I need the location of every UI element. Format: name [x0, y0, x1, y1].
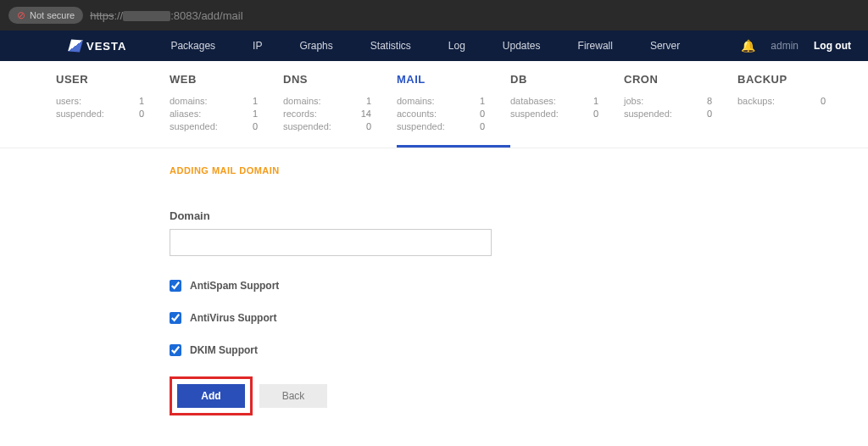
user-link[interactable]: admin	[771, 40, 798, 52]
stat-row: suspended:0	[170, 121, 258, 131]
url-scheme: https	[90, 9, 114, 22]
nav-item-graphs[interactable]: Graphs	[281, 40, 351, 52]
stat-value: 0	[707, 109, 712, 119]
tab-title: BACKUP	[737, 73, 851, 86]
checkbox-label: AntiVirus Support	[190, 312, 276, 324]
tab-title: DB	[510, 73, 624, 86]
stat-value: 0	[593, 109, 598, 119]
logout-link[interactable]: Log out	[814, 40, 851, 52]
url-path: :8083/add/mail	[170, 9, 242, 22]
tab-stats: backups:0	[737, 96, 851, 106]
nav-item-log[interactable]: Log	[430, 40, 484, 52]
stat-key: databases:	[510, 96, 556, 106]
stat-row: suspended:0	[624, 109, 712, 119]
stat-row: backups:0	[737, 96, 826, 106]
nav-item-firewall[interactable]: Firewall	[559, 40, 632, 52]
stat-key: suspended:	[283, 121, 331, 131]
tab-stats: domains:1accounts:0suspended:0	[397, 96, 510, 131]
tab-title: WEB	[170, 73, 283, 86]
stat-key: domains:	[397, 96, 435, 106]
nav-item-updates[interactable]: Updates	[484, 40, 559, 52]
nav-item-statistics[interactable]: Statistics	[352, 40, 430, 52]
stat-key: records:	[283, 109, 317, 119]
stat-key: suspended:	[510, 109, 559, 119]
stat-key: suspended:	[56, 109, 104, 119]
highlight-box: Add	[170, 376, 253, 415]
stat-row: suspended:0	[283, 121, 371, 131]
stat-row: records:14	[283, 109, 371, 119]
checkbox-row: AntiVirus Support	[170, 312, 868, 324]
tab-dns[interactable]: DNSdomains:1records:14suspended:0	[283, 61, 397, 148]
stat-value: 8	[707, 96, 712, 106]
stat-value: 0	[821, 96, 826, 106]
stat-row: databases:1	[510, 96, 598, 106]
stat-row: domains:1	[397, 96, 485, 106]
tab-title: DNS	[283, 73, 397, 86]
stat-value: 0	[480, 109, 485, 119]
url-host-hidden	[123, 11, 170, 21]
stat-value: 1	[139, 96, 144, 106]
tab-mail[interactable]: MAILdomains:1accounts:0suspended:0	[397, 61, 510, 148]
stat-row: domains:1	[170, 96, 258, 106]
domain-input[interactable]	[170, 229, 492, 256]
stat-value: 0	[366, 121, 371, 131]
stat-value: 1	[253, 109, 258, 119]
tab-web[interactable]: WEBdomains:1aliases:1suspended:0	[170, 61, 283, 148]
category-tabs: USERusers:1suspended:0WEBdomains:1aliase…	[0, 61, 868, 148]
stat-key: suspended:	[397, 121, 445, 131]
stat-key: aliases:	[170, 109, 201, 119]
domain-label: Domain	[170, 209, 868, 222]
stat-value: 14	[361, 109, 371, 119]
tab-stats: domains:1records:14suspended:0	[283, 96, 397, 131]
tab-stats: users:1suspended:0	[56, 96, 170, 119]
button-row: Add Back	[170, 376, 868, 415]
tab-stats: jobs:8suspended:0	[624, 96, 737, 119]
stat-value: 1	[366, 96, 371, 106]
brand-icon	[68, 40, 83, 53]
stat-key: accounts:	[397, 109, 437, 119]
brand-text: VESTA	[86, 40, 126, 53]
brand[interactable]: VESTA	[70, 40, 126, 53]
checkbox-label: DKIM Support	[190, 344, 258, 356]
tab-title: USER	[56, 73, 170, 86]
address-bar[interactable]: https://:8083/add/mail	[90, 9, 242, 22]
stat-value: 1	[593, 96, 598, 106]
stat-key: suspended:	[624, 109, 672, 119]
stat-row: jobs:8	[624, 96, 712, 106]
checkbox-antispam-support[interactable]	[170, 280, 181, 292]
stat-value: 1	[253, 96, 258, 106]
tab-user[interactable]: USERusers:1suspended:0	[56, 61, 170, 148]
add-button[interactable]: Add	[177, 384, 245, 408]
stat-key: backups:	[737, 96, 775, 106]
nav-item-server[interactable]: Server	[632, 40, 698, 52]
security-badge[interactable]: ⊘ Not secure	[8, 7, 83, 24]
checkbox-antivirus-support[interactable]	[170, 312, 181, 324]
form-area: ADDING MAIL DOMAIN Domain AntiSpam Suppo…	[0, 148, 868, 441]
bell-icon[interactable]: 🔔	[741, 39, 755, 53]
stat-value: 0	[139, 109, 144, 119]
nav-links: PackagesIPGraphsStatisticsLogUpdatesFire…	[152, 40, 741, 52]
stat-row: domains:1	[283, 96, 371, 106]
tab-cron[interactable]: CRONjobs:8suspended:0	[624, 61, 737, 148]
tab-title: MAIL	[397, 73, 510, 86]
tab-title: CRON	[624, 73, 737, 86]
tab-backup[interactable]: BACKUPbackups:0	[737, 61, 851, 148]
back-button[interactable]: Back	[259, 384, 327, 408]
tab-db[interactable]: DBdatabases:1suspended:0	[510, 61, 624, 148]
security-label: Not secure	[30, 10, 75, 20]
stat-row: suspended:0	[56, 109, 144, 119]
stat-key: suspended:	[170, 121, 218, 131]
tab-stats: domains:1aliases:1suspended:0	[170, 96, 283, 131]
nav-item-packages[interactable]: Packages	[152, 40, 234, 52]
stat-row: suspended:0	[510, 109, 598, 119]
stat-key: domains:	[170, 96, 208, 106]
checkbox-label: AntiSpam Support	[190, 280, 279, 292]
stat-row: aliases:1	[170, 109, 258, 119]
stat-key: users:	[56, 96, 81, 106]
checkbox-dkim-support[interactable]	[170, 344, 181, 356]
stat-value: 0	[253, 121, 258, 131]
nav-item-ip[interactable]: IP	[234, 40, 281, 52]
section-title: ADDING MAIL DOMAIN	[170, 165, 868, 176]
checkbox-row: AntiSpam Support	[170, 280, 868, 292]
top-nav: VESTA PackagesIPGraphsStatisticsLogUpdat…	[0, 31, 868, 61]
